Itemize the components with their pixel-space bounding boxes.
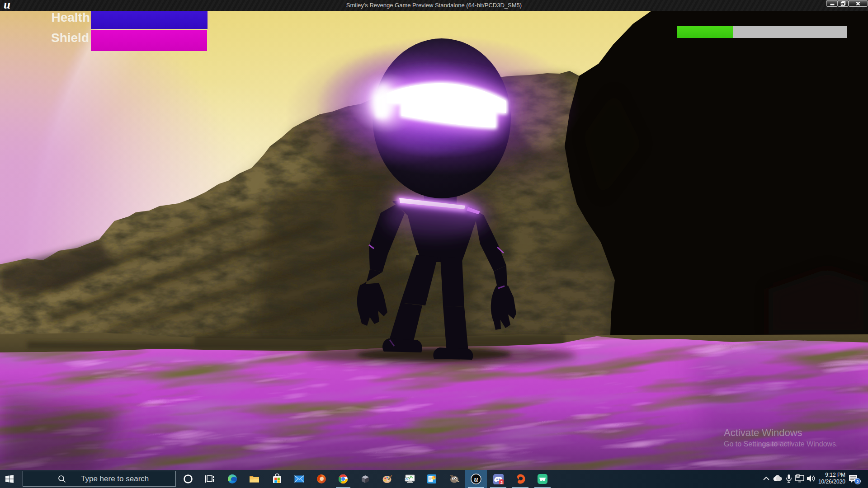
svg-text:2: 2 [500,480,503,484]
svg-text:2: 2 [856,479,859,484]
svg-text:u: u [474,475,478,483]
